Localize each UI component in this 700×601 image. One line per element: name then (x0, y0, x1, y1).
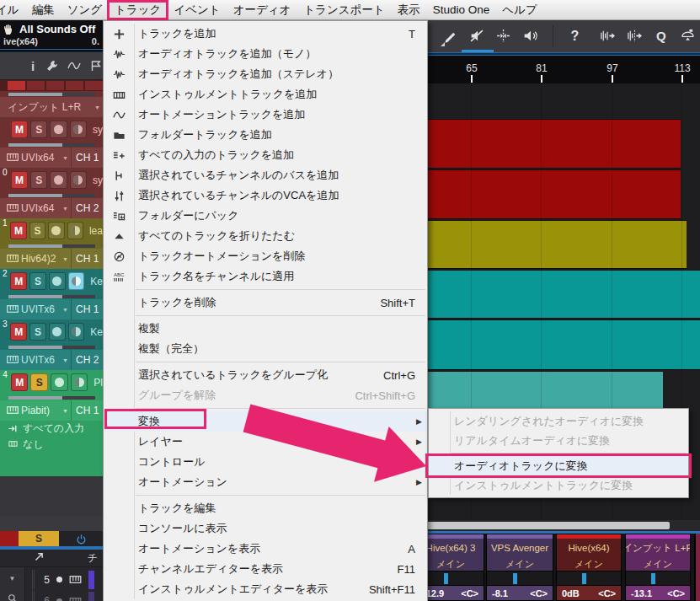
mono-button[interactable] (67, 222, 83, 239)
track-menu-item-31[interactable]: チャンネルエディターを表示F11 (104, 559, 427, 579)
track-menu-item-23[interactable]: 変換▶ (104, 411, 427, 432)
instrument-row[interactable]: UVIx64▼CH 1 (0, 148, 103, 168)
track-io-row[interactable]: なし (0, 437, 103, 452)
track-menu-item-8[interactable]: 選択されているチャンネルのバスを追加 (104, 165, 427, 185)
menubar-item-10[interactable]: ヘルプ (495, 1, 543, 19)
mute-button[interactable]: M (10, 272, 27, 290)
inspector-icon[interactable]: i (29, 58, 37, 73)
track-menu-item-7[interactable]: すべての入力のトラックを追加 (104, 145, 427, 165)
solo-button[interactable]: S (30, 171, 47, 189)
record-button[interactable] (51, 373, 68, 391)
mixer-channel[interactable]: Hive(x64)メイン0dB<C> (556, 534, 622, 601)
bend-tool-icon[interactable] (492, 24, 516, 48)
channel-output[interactable]: メイン (487, 557, 553, 571)
mono-button[interactable] (68, 323, 85, 341)
channel-label[interactable]: CH 2 (71, 350, 103, 370)
pan-value[interactable]: <C> (667, 588, 685, 598)
channel-fader[interactable] (626, 571, 690, 586)
track-menu-item-26[interactable]: オートメーション▶ (104, 472, 427, 492)
clip-segment[interactable] (46, 81, 64, 90)
mono-button[interactable] (70, 171, 87, 189)
mute-button[interactable]: M (10, 323, 27, 341)
instrument-row[interactable]: Hiv64)2▼CH 1 (0, 249, 103, 269)
menubar-item-2[interactable]: 編集 (25, 1, 61, 19)
track-menu-item-6[interactable]: フォルダートラックを追加 (104, 125, 427, 145)
track-menu-item-1[interactable]: トラックを追加T (104, 24, 427, 44)
record-button[interactable] (50, 171, 67, 189)
track-menu-item-17[interactable]: 複製 (104, 319, 427, 339)
record-button[interactable] (49, 272, 66, 290)
track-menu-item-20[interactable]: 選択されているトラックをグループ化Ctrl+G (104, 365, 427, 385)
mute-tool-icon[interactable] (465, 24, 489, 48)
activity-dot-icon[interactable] (56, 577, 62, 582)
mute-button[interactable]: M (11, 171, 28, 189)
dropdown-arrow-icon[interactable]: ▼ (62, 408, 68, 414)
menubar-item-6[interactable]: オーディオ (227, 1, 298, 19)
mute-button[interactable]: M (11, 373, 29, 391)
record-tab[interactable] (0, 531, 19, 546)
track-menu-item-10[interactable]: フォルダーにパック (104, 206, 427, 226)
volume-value[interactable]: -13.1 (631, 588, 652, 598)
pan-value[interactable]: <C> (598, 588, 616, 598)
menubar-item-1[interactable]: イル (0, 1, 26, 19)
fader-handle[interactable] (444, 573, 448, 584)
volume-value[interactable]: 0dB (562, 588, 580, 598)
track-menu-item-28[interactable]: トラックを編集 (104, 498, 427, 518)
mono-button[interactable] (68, 272, 85, 290)
record-button[interactable] (48, 222, 64, 239)
record-button[interactable] (49, 323, 66, 341)
dropdown-arrow-icon[interactable]: ▼ (62, 307, 68, 313)
track-menu-item-13[interactable]: ABCトラック名をチャンネルに適用 (104, 266, 427, 287)
paint-tool-icon[interactable] (438, 24, 462, 48)
fader-handle[interactable] (582, 573, 586, 584)
mixer-channel[interactable]: VPS Avengerメイン-8.1<C> (486, 534, 553, 601)
menubar-item-4[interactable]: トラック (108, 1, 168, 19)
channel-fader[interactable] (557, 571, 621, 586)
track-menu-item-24[interactable]: レイヤー▶ (104, 432, 427, 452)
dropdown-arrow-icon[interactable]: ▼ (62, 357, 68, 363)
track-menu-item-3[interactable]: オーディオトラックを追加（ステレオ） (104, 64, 427, 84)
rack-channel-row[interactable]: 5 (32, 570, 103, 590)
hand-tool-icon[interactable] (3, 23, 15, 35)
macro-controls-icon[interactable] (676, 24, 700, 48)
channel-label[interactable]: CH 1 (71, 299, 103, 319)
render-realtime-icon[interactable] (623, 24, 647, 48)
convert-submenu-item-4[interactable]: オーディオトラックに変換 (429, 456, 688, 475)
clip-segment[interactable] (8, 81, 25, 90)
instrument-row[interactable]: Piabit)▼CH 1 (0, 400, 103, 421)
channel-output[interactable]: メイン (557, 557, 621, 571)
pan-value[interactable]: <C> (530, 588, 548, 598)
rack-channel-row[interactable]: 6 (32, 591, 103, 601)
power-tab[interactable] (59, 531, 103, 546)
menubar-item-3[interactable]: ソング (61, 1, 109, 19)
mono-button[interactable] (71, 373, 88, 391)
clip-segment[interactable] (27, 81, 45, 90)
fader-handle[interactable] (513, 573, 517, 584)
channel-label[interactable]: CH 2 (71, 198, 103, 218)
marker-flag-icon[interactable] (89, 58, 103, 73)
instrument-row[interactable]: UVITx6▼CH 2 (0, 350, 103, 370)
track-menu-item-29[interactable]: コンソールに表示 (104, 518, 427, 539)
mute-button[interactable]: M (10, 222, 26, 239)
channel-fader[interactable] (487, 571, 553, 586)
track-menu-item-9[interactable]: 選択されているチャンネルのVCAを追加 (104, 185, 427, 206)
instrument-row[interactable]: UVIx64▼CH 2 (0, 198, 103, 218)
chevron-down-icon[interactable]: ▼ (9, 575, 16, 582)
channel-label[interactable]: CH 1 (71, 148, 103, 168)
record-button[interactable] (50, 121, 67, 138)
clip-segment[interactable] (66, 81, 83, 90)
mono-button[interactable] (70, 121, 87, 138)
solo-tab[interactable]: S (19, 531, 59, 546)
dropdown-arrow-icon[interactable]: ▼ (62, 206, 68, 212)
fader-handle[interactable] (651, 573, 655, 584)
render-track-icon[interactable] (596, 24, 620, 48)
mute-button[interactable]: M (11, 121, 28, 138)
track-io-row[interactable]: すべての入力 (0, 421, 103, 437)
detach-arrow-icon[interactable] (34, 551, 45, 565)
track-menu-item-18[interactable]: 複製（完全） (104, 339, 427, 359)
channel-label[interactable]: CH 1 (71, 249, 103, 269)
dropdown-arrow-icon[interactable]: ▼ (62, 155, 68, 161)
listen-tool-icon[interactable] (518, 24, 542, 48)
menubar-item-9[interactable]: Studio One (426, 1, 497, 19)
track-menu-item-11[interactable]: すべてのトラックを折りたたむ (104, 226, 427, 246)
